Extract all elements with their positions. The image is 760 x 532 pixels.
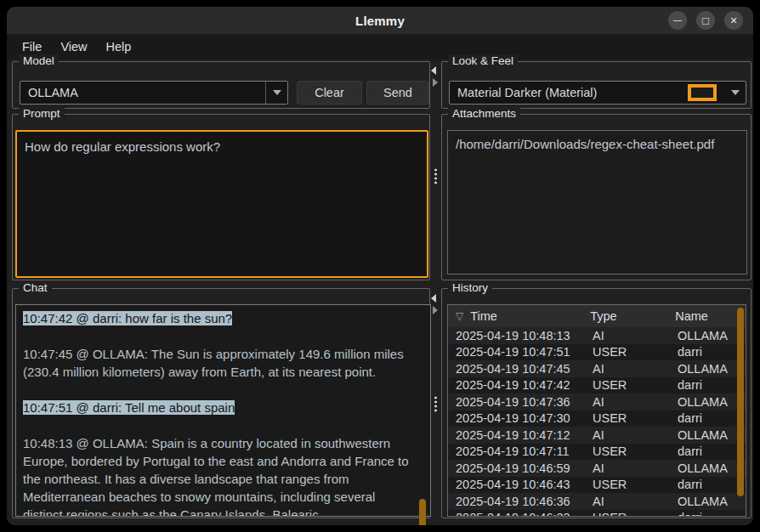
history-row[interactable]: 2025-04-19 10:46:33USERdarri xyxy=(448,510,746,518)
theme-color-swatch xyxy=(688,84,717,101)
history-row[interactable]: 2025-04-19 10:46:59AIOLLAMA xyxy=(448,460,746,477)
history-group: History ▽ Time Type Name 2025-04-19 10:4… xyxy=(441,288,751,518)
splitter-collapse-left-icon[interactable] xyxy=(431,294,436,303)
history-column-name[interactable]: Name xyxy=(675,309,746,323)
look-and-feel-selected-value: Material Darker (Material) xyxy=(450,86,688,99)
minimize-button[interactable]: — xyxy=(668,11,687,30)
history-cell-time: 2025-04-19 10:47:42 xyxy=(448,378,593,392)
model-group: Model OLLAMA Clear Send xyxy=(12,61,430,109)
model-select[interactable]: OLLAMA xyxy=(20,81,288,105)
history-cell-type: USER xyxy=(593,444,678,458)
menu-file[interactable]: File xyxy=(22,40,42,54)
history-cell-type: USER xyxy=(593,345,678,359)
splitter-handle-bottom[interactable] xyxy=(434,396,437,413)
maximize-button[interactable]: □ xyxy=(696,11,715,30)
history-column-time[interactable]: Time xyxy=(470,309,590,323)
main-content: Model OLLAMA Clear Send Look & Feel Mate… xyxy=(7,59,753,525)
history-cell-type: AI xyxy=(593,329,678,342)
window-title: Llemmy xyxy=(355,14,405,28)
minimize-icon: — xyxy=(673,16,682,25)
splitter-collapse-right-icon[interactable] xyxy=(433,78,438,87)
look-and-feel-group-label: Look & Feel xyxy=(448,54,518,67)
history-row[interactable]: 2025-04-19 10:46:43USERdarri xyxy=(448,477,746,494)
attachments-group-label: Attachments xyxy=(448,107,520,120)
history-row[interactable]: 2025-04-19 10:46:36AIOLLAMA xyxy=(448,493,746,510)
look-and-feel-select[interactable]: Material Darker (Material) xyxy=(449,81,746,105)
model-select-arrow[interactable] xyxy=(265,82,287,104)
history-table: ▽ Time Type Name 2025-04-19 10:48:13AIOL… xyxy=(447,304,746,517)
menu-view[interactable]: View xyxy=(60,40,87,54)
history-cell-name: darri xyxy=(678,411,746,425)
history-cell-type: USER xyxy=(593,378,678,392)
history-cell-name: darri xyxy=(678,478,746,491)
history-scrollbar-thumb[interactable] xyxy=(737,308,744,496)
history-row[interactable]: 2025-04-19 10:47:36AIOLLAMA xyxy=(448,393,746,410)
history-cell-time: 2025-04-19 10:47:30 xyxy=(448,411,593,425)
attachments-list[interactable]: /home/darri/Downloads/regex-cheat-sheet.… xyxy=(447,130,747,274)
history-cell-name: OLLAMA xyxy=(678,395,746,409)
look-and-feel-group: Look & Feel Material Darker (Material) xyxy=(441,61,751,109)
prompt-group-label: Prompt xyxy=(19,107,65,120)
maximize-icon: □ xyxy=(702,15,709,26)
history-cell-time: 2025-04-19 10:46:59 xyxy=(448,461,593,475)
history-cell-time: 2025-04-19 10:46:36 xyxy=(448,495,593,508)
history-cell-name: darri xyxy=(678,511,746,517)
menu-help[interactable]: Help xyxy=(106,40,132,54)
history-cell-type: AI xyxy=(593,362,678,376)
chat-message-user: 10:47:42 @ darri: how far is the sun? xyxy=(23,309,415,327)
close-icon: ✕ xyxy=(729,16,737,25)
history-row[interactable]: 2025-04-19 10:47:30USERdarri xyxy=(448,410,746,427)
history-cell-name: OLLAMA xyxy=(678,495,746,508)
history-cell-type: USER xyxy=(593,478,678,491)
history-row[interactable]: 2025-04-19 10:47:45AIOLLAMA xyxy=(448,360,746,377)
close-button[interactable]: ✕ xyxy=(724,11,743,30)
history-cell-name: OLLAMA xyxy=(678,428,746,442)
prompt-input[interactable]: How do regular expressions work? xyxy=(15,130,428,278)
app-window: Llemmy — □ ✕ File View Help Model OLLAMA… xyxy=(7,7,753,525)
history-cell-type: USER xyxy=(593,511,678,517)
window-controls: — □ ✕ xyxy=(668,11,743,30)
send-button[interactable]: Send xyxy=(366,81,429,105)
splitter-collapse-right-icon[interactable] xyxy=(433,306,438,314)
history-cell-time: 2025-04-19 10:47:11 xyxy=(448,444,593,458)
history-cell-name: darri xyxy=(678,378,746,392)
history-cell-name: darri xyxy=(678,444,746,458)
history-row[interactable]: 2025-04-19 10:47:12AIOLLAMA xyxy=(448,427,746,444)
history-header-row[interactable]: ▽ Time Type Name xyxy=(448,305,746,327)
history-cell-type: AI xyxy=(593,395,678,409)
history-row[interactable]: 2025-04-19 10:47:51USERdarri xyxy=(448,344,746,361)
history-cell-name: OLLAMA xyxy=(678,362,746,376)
sort-descending-icon[interactable]: ▽ xyxy=(448,310,470,322)
history-cell-type: AI xyxy=(593,495,678,508)
model-group-label: Model xyxy=(19,54,59,67)
history-group-label: History xyxy=(448,281,492,294)
history-cell-type: AI xyxy=(593,428,678,442)
history-row[interactable]: 2025-04-19 10:48:13AIOLLAMA xyxy=(448,327,746,344)
chat-message-ai: 10:48:13 @ OLLAMA: Spain is a country lo… xyxy=(23,434,415,517)
chat-group: Chat 10:47:42 @ darri: how far is the su… xyxy=(12,288,430,518)
history-column-type[interactable]: Type xyxy=(590,309,675,323)
history-cell-type: AI xyxy=(593,461,678,475)
model-selected-value: OLLAMA xyxy=(20,86,265,99)
history-table-body: 2025-04-19 10:48:13AIOLLAMA2025-04-19 10… xyxy=(448,327,746,517)
history-row[interactable]: 2025-04-19 10:47:11USERdarri xyxy=(448,444,746,461)
history-cell-name: OLLAMA xyxy=(678,329,746,342)
history-cell-time: 2025-04-19 10:46:33 xyxy=(448,511,593,517)
splitter-handle-top[interactable] xyxy=(434,168,437,185)
history-cell-time: 2025-04-19 10:48:13 xyxy=(448,329,593,342)
history-cell-time: 2025-04-19 10:47:45 xyxy=(448,362,593,376)
chat-scrollbar-thumb[interactable] xyxy=(419,499,426,525)
chevron-down-icon xyxy=(731,90,740,95)
history-cell-type: USER xyxy=(593,411,678,425)
clear-button[interactable]: Clear xyxy=(297,81,362,105)
chat-group-label: Chat xyxy=(19,281,52,294)
history-cell-name: darri xyxy=(678,345,746,359)
splitter-collapse-left-icon[interactable] xyxy=(431,66,436,75)
chat-message-user: 10:47:51 @ darri: Tell me about spain xyxy=(23,399,415,416)
chat-log[interactable]: 10:47:42 @ darri: how far is the sun?10:… xyxy=(15,304,431,517)
titlebar[interactable]: Llemmy — □ ✕ xyxy=(7,7,753,34)
chevron-down-icon xyxy=(273,90,281,95)
look-and-feel-select-arrow[interactable] xyxy=(725,90,746,95)
attachment-item[interactable]: /home/darri/Downloads/regex-cheat-sheet.… xyxy=(456,135,739,154)
history-row[interactable]: 2025-04-19 10:47:42USERdarri xyxy=(448,377,746,394)
